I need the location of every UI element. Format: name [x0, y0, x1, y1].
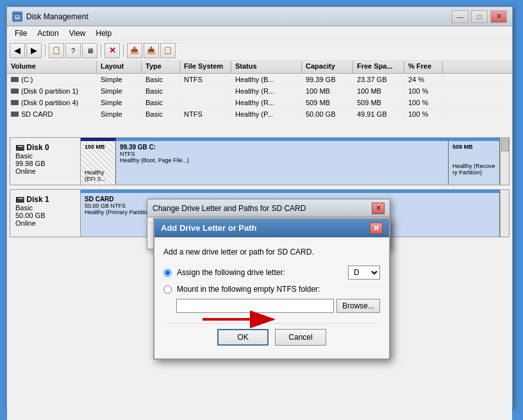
- menu-bar: File Action View Help: [7, 26, 512, 40]
- dialog-add-description: Add a new drive letter or path for SD CA…: [163, 248, 380, 256]
- title-bar: 🖴 Disk Management — □ ✕: [7, 7, 512, 26]
- cell-status: Healthy (B...: [231, 74, 302, 85]
- disk0-title: 🖴 Disk 0: [15, 142, 75, 152]
- forward-button[interactable]: ▶: [26, 43, 42, 58]
- table-row[interactable]: (C:) Simple Basic NTFS Healthy (B... 99.…: [7, 74, 512, 85]
- minimize-button[interactable]: —: [452, 10, 469, 23]
- cell-capacity: 509 MB: [302, 97, 353, 108]
- radio-row-letter: Assign the following drive letter: D E F…: [163, 265, 380, 280]
- cell-fs: NTFS: [180, 74, 231, 85]
- cell-status: Healthy (R...: [231, 85, 302, 96]
- back-button[interactable]: ◀: [10, 43, 25, 58]
- cell-fs: [180, 97, 231, 108]
- cell-type: Basic: [142, 85, 180, 96]
- dialog-add-body: Add a new drive letter or path for SD CA…: [154, 237, 389, 358]
- disk0-size: 99.98 GB: [15, 160, 75, 167]
- disk0-partitions: 100 MB Healthy (EFI S... 99.39 GB C: NTF…: [81, 138, 500, 185]
- radio-assign-label: Assign the following drive letter:: [177, 268, 343, 277]
- maximize-button[interactable]: □: [471, 10, 488, 23]
- cell-free: 23.37 GB: [353, 74, 404, 85]
- radio-assign-letter[interactable]: [163, 269, 172, 277]
- cell-free: 509 MB: [353, 97, 404, 108]
- disk0-status: Online: [15, 167, 75, 175]
- volume-table: Volume Layout Type File System Status Ca…: [7, 61, 512, 135]
- col-type: Type: [142, 61, 180, 73]
- radio-mount-ntfs[interactable]: [163, 285, 172, 294]
- cell-layout: Simple: [97, 97, 142, 108]
- window-title: Disk Management: [26, 12, 452, 21]
- cell-capacity: 100 MB: [302, 85, 353, 96]
- menu-action[interactable]: Action: [32, 28, 63, 39]
- col-fs: File System: [180, 61, 231, 73]
- disk0-row: 🖴 Disk 0 Basic 99.98 GB Online 100 MB He…: [10, 137, 510, 185]
- dialog-add-titlebar: Add Drive Letter or Path ✕: [154, 219, 389, 237]
- main-window: 🖴 Disk Management — □ ✕ File Action View…: [6, 6, 513, 407]
- cell-layout: Simple: [97, 85, 142, 96]
- table-row[interactable]: SD CARD Simple Basic NTFS Healthy (P... …: [7, 108, 512, 120]
- partition-c[interactable]: 99.39 GB C: NTFS Healthy (Boot, Page Fil…: [116, 138, 449, 185]
- disk1-title: 🖴 Disk 1: [15, 194, 75, 204]
- cell-status: Healthy (R...: [231, 97, 302, 108]
- table-row[interactable]: (Disk 0 partition 1) Simple Basic Health…: [7, 85, 512, 97]
- dialog-add-ok[interactable]: OK: [217, 329, 269, 346]
- dialog-add-title: Add Drive Letter or Path: [161, 223, 370, 233]
- menu-file[interactable]: File: [10, 28, 32, 39]
- window-controls: — □ ✕: [452, 10, 507, 23]
- view-button[interactable]: 📋: [160, 43, 176, 58]
- cell-fs: [180, 85, 231, 96]
- col-status: Status: [231, 61, 302, 73]
- col-free: Free Spa...: [353, 61, 404, 73]
- dialog-change-titlebar: Change Drive Letter and Paths for SD CAR…: [147, 199, 390, 217]
- radio-mount-label: Mount in the following empty NTFS folder…: [177, 285, 380, 294]
- cell-type: Basic: [142, 74, 180, 85]
- menu-view[interactable]: View: [64, 28, 91, 39]
- cell-volume: (Disk 0 partition 1): [7, 85, 97, 96]
- disk1-size: 50.00 GB: [15, 212, 75, 219]
- help-button[interactable]: ?: [65, 43, 81, 58]
- cell-layout: Simple: [97, 108, 142, 119]
- arrow-icon: [199, 310, 283, 329]
- cell-capacity: 50.00 GB: [302, 108, 353, 119]
- app-icon: 🖴: [12, 12, 22, 22]
- cell-pct: 24 %: [404, 74, 443, 85]
- cell-free: 100 MB: [353, 85, 404, 96]
- table-header: Volume Layout Type File System Status Ca…: [7, 61, 512, 74]
- connect-button[interactable]: 🖥: [82, 43, 97, 58]
- cell-pct: 100 %: [404, 97, 443, 108]
- separator-1: [45, 44, 46, 57]
- dialog-add-close-button[interactable]: ✕: [370, 223, 383, 234]
- dialog-add-cancel[interactable]: Cancel: [275, 329, 326, 346]
- dialog-change-close[interactable]: ✕: [372, 203, 385, 214]
- disk-properties-button[interactable]: 📋: [49, 43, 64, 58]
- cell-free: 49.91 GB: [353, 108, 404, 119]
- col-pct: % Free: [404, 61, 443, 73]
- cell-volume: (Disk 0 partition 4): [7, 97, 97, 108]
- browse-button[interactable]: Browse...: [336, 299, 380, 313]
- export-button[interactable]: 📤: [127, 43, 142, 58]
- partition-recovery[interactable]: 509 MB Healthy (Recovery Partition): [449, 138, 500, 185]
- cell-layout: Simple: [97, 74, 142, 85]
- disk0-section: 🖴 Disk 0 Basic 99.98 GB Online 100 MB He…: [10, 137, 510, 185]
- col-capacity: Capacity: [302, 61, 353, 73]
- col-layout: Layout: [97, 61, 142, 73]
- cell-type: Basic: [142, 97, 180, 108]
- dialog-add: Add Drive Letter or Path ✕ Add a new dri…: [153, 218, 390, 360]
- disk0-label: 🖴 Disk 0 Basic 99.98 GB Online: [10, 138, 81, 185]
- close-button[interactable]: ✕: [490, 10, 507, 23]
- cell-pct: 100 %: [404, 108, 443, 119]
- separator-2: [101, 44, 101, 57]
- main-content: Volume Layout Type File System Status Ca…: [7, 61, 512, 420]
- separator-3: [123, 44, 124, 57]
- partition-efi[interactable]: 100 MB Healthy (EFI S...: [81, 138, 116, 185]
- drive-letter-select[interactable]: D E F G: [348, 265, 380, 280]
- col-volume: Volume: [7, 61, 97, 73]
- import-button[interactable]: 📥: [144, 43, 159, 58]
- cell-volume: (C:): [7, 74, 97, 85]
- menu-help[interactable]: Help: [91, 28, 117, 39]
- cell-status: Healthy (P...: [231, 108, 302, 119]
- delete-button[interactable]: ✕: [104, 43, 120, 58]
- disk1-status: Online: [15, 219, 75, 227]
- cell-fs: NTFS: [180, 108, 231, 119]
- radio-row-ntfs: Mount in the following empty NTFS folder…: [163, 285, 380, 294]
- table-row[interactable]: (Disk 0 partition 4) Simple Basic Health…: [7, 97, 512, 108]
